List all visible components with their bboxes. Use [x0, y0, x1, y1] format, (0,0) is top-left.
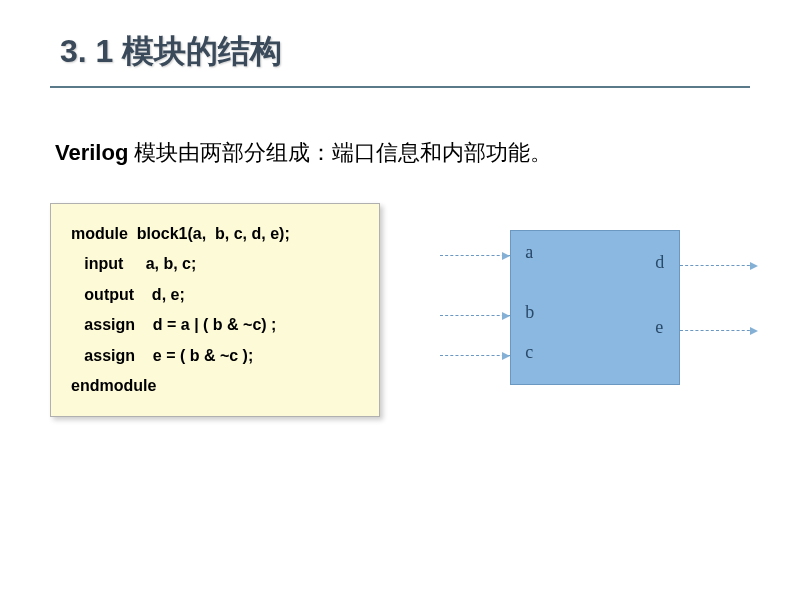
slide-title: 3. 1 模块的结构 — [50, 30, 750, 74]
code-line-8: endmodule — [71, 371, 359, 401]
arrow-line — [680, 265, 755, 266]
title-underline — [50, 86, 750, 88]
verilog-keyword: Verilog — [55, 140, 128, 165]
arrow-head-icon — [750, 262, 758, 270]
arrow-head-icon — [502, 312, 510, 320]
arrow-line — [440, 315, 510, 316]
port-label-d: d — [655, 252, 664, 273]
code-line-3: output d, e; — [71, 280, 359, 310]
block-diagram: a b c d e — [440, 210, 750, 410]
description-body: 模块由两部分组成：端口信息和内部功能。 — [128, 140, 552, 165]
code-line-1: module block1(a, b, c, d, e); — [71, 219, 359, 249]
arrow-line — [680, 330, 755, 331]
arrow-line — [440, 355, 510, 356]
code-line-2: input a, b, c; — [71, 249, 359, 279]
code-box: module block1(a, b, c, d, e); input a, b… — [50, 203, 380, 417]
slide-container: 3. 1 模块的结构 Verilog 模块由两部分组成：端口信息和内部功能。 m… — [0, 0, 800, 600]
port-label-c: c — [525, 342, 533, 363]
port-label-e: e — [655, 317, 663, 338]
content-area: module block1(a, b, c, d, e); input a, b… — [50, 203, 750, 417]
port-label-b: b — [525, 302, 534, 323]
code-line-6: assign e = ( b & ~c ); — [71, 341, 359, 371]
port-label-a: a — [525, 242, 533, 263]
arrow-head-icon — [750, 327, 758, 335]
arrow-head-icon — [502, 352, 510, 360]
code-line-5: assign d = a | ( b & ~c) ; — [71, 310, 359, 340]
arrow-head-icon — [502, 252, 510, 260]
arrow-line — [440, 255, 510, 256]
description-text: Verilog 模块由两部分组成：端口信息和内部功能。 — [50, 138, 750, 168]
